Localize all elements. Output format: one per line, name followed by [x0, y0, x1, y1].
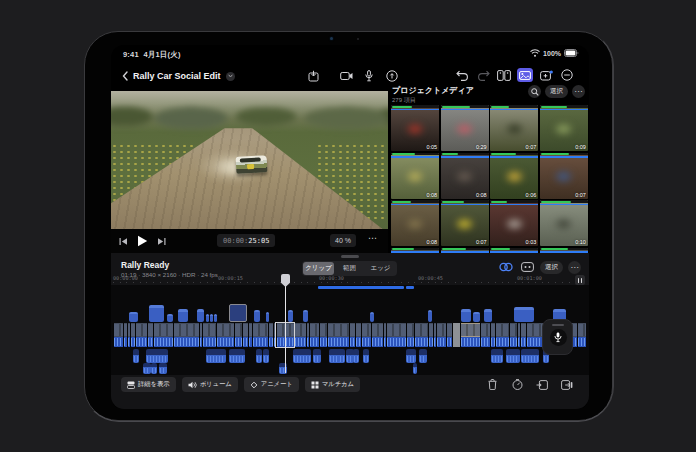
media-item[interactable]: 0:08: [441, 153, 489, 199]
connected-audio-clip[interactable]: [229, 349, 245, 363]
primary-storyline-clip[interactable]: [202, 323, 216, 347]
connected-clip[interactable]: [428, 310, 432, 322]
jog-wheel-icon[interactable]: [519, 260, 535, 274]
primary-storyline-clip[interactable]: [414, 323, 428, 347]
media-more-button[interactable]: ⋯: [572, 85, 585, 98]
media-item[interactable]: 0:08: [391, 200, 439, 246]
media-item[interactable]: 0:10: [540, 200, 588, 246]
connected-audio-clip[interactable]: [506, 349, 520, 363]
connected-audio-clip[interactable]: [151, 363, 157, 374]
primary-storyline-clip[interactable]: [406, 323, 414, 347]
volume-button[interactable]: ボリューム: [182, 377, 238, 392]
search-icon[interactable]: [528, 85, 541, 98]
show-details-button[interactable]: 詳細を表示: [121, 377, 176, 392]
primary-storyline-clip[interactable]: [294, 323, 306, 347]
split-view-icon[interactable]: [496, 68, 512, 82]
overlay-link-icon[interactable]: [498, 260, 514, 274]
voiceover-grip[interactable]: [552, 324, 564, 326]
insert-icon[interactable]: [534, 378, 550, 392]
primary-storyline-clip[interactable]: [319, 323, 327, 347]
media-item[interactable]: 0:05: [391, 105, 439, 151]
media-browser-icon[interactable]: [517, 68, 533, 82]
connected-clip[interactable]: [370, 312, 374, 322]
media-item[interactable]: 0:06: [490, 153, 538, 199]
connected-clip[interactable]: [514, 307, 534, 322]
connected-audio-clip[interactable]: [256, 349, 262, 363]
media-item[interactable]: 0:07: [441, 200, 489, 246]
media-item[interactable]: 0:03: [490, 200, 538, 246]
connected-audio-clip[interactable]: [521, 349, 539, 363]
connected-clip[interactable]: [303, 310, 308, 322]
connected-clip[interactable]: [178, 309, 188, 322]
connected-audio-clip[interactable]: [159, 363, 167, 374]
primary-storyline-clip[interactable]: [577, 323, 586, 347]
connected-audio-clip[interactable]: [293, 349, 311, 363]
connected-clip[interactable]: [229, 304, 247, 322]
camera-icon[interactable]: [338, 69, 354, 83]
hide-panel-icon[interactable]: [559, 68, 575, 82]
primary-storyline-clip[interactable]: [452, 323, 460, 347]
connected-clip[interactable]: [129, 312, 138, 322]
project-title[interactable]: Rally Car Social Edit: [133, 71, 221, 81]
connected-audio-clip[interactable]: [491, 349, 503, 363]
primary-storyline-clip[interactable]: [460, 323, 480, 347]
primary-storyline-clip[interactable]: [153, 323, 173, 347]
track-height-button[interactable]: [575, 275, 585, 285]
media-item[interactable]: 0:09: [540, 105, 588, 151]
primary-storyline-clip[interactable]: [386, 323, 406, 347]
connected-clip[interactable]: [149, 305, 164, 322]
connected-clip[interactable]: [254, 310, 260, 322]
skip-forward-icon[interactable]: [157, 234, 166, 248]
mic-icon[interactable]: [361, 69, 377, 83]
remote-icon[interactable]: [384, 69, 400, 83]
connected-range-bar[interactable]: [406, 286, 414, 289]
primary-storyline-clip[interactable]: [509, 323, 517, 347]
overwrite-icon[interactable]: [559, 378, 575, 392]
project-menu-chevron[interactable]: [226, 72, 235, 81]
connected-audio-clip[interactable]: [419, 349, 427, 363]
connected-clip[interactable]: [206, 314, 209, 322]
media-item[interactable]: 0:07: [540, 153, 588, 199]
primary-storyline-clip[interactable]: [371, 323, 383, 347]
connected-audio-clip[interactable]: [353, 349, 359, 363]
timeline-ruler[interactable]: 00:00:0000:00:1500:00:3000:00:4500:01:00: [111, 274, 589, 285]
connected-audio-clip[interactable]: [413, 363, 417, 374]
media-item[interactable]: 0:07: [490, 105, 538, 151]
timeline-more-button[interactable]: ⋯: [568, 261, 581, 274]
undo-icon[interactable]: [454, 68, 470, 82]
import-icon[interactable]: [305, 69, 321, 83]
primary-storyline-clip[interactable]: [216, 323, 234, 347]
timeline-resize-handle[interactable]: [341, 255, 359, 258]
connected-clip[interactable]: [214, 314, 217, 322]
play-button[interactable]: [137, 234, 148, 248]
connected-clip[interactable]: [288, 310, 293, 322]
video-viewer[interactable]: [111, 91, 388, 229]
connected-clip[interactable]: [167, 314, 173, 322]
connected-audio-clip[interactable]: [263, 349, 269, 363]
primary-storyline-clip[interactable]: [436, 323, 446, 347]
connected-audio-clip[interactable]: [339, 349, 345, 363]
timeline-clips-area[interactable]: [111, 285, 589, 375]
connected-audio-clip[interactable]: [143, 363, 151, 374]
connected-audio-clip[interactable]: [313, 349, 321, 363]
primary-storyline-clip[interactable]: [327, 323, 349, 347]
delete-icon[interactable]: [484, 378, 500, 392]
media-item[interactable]: 0:08: [391, 153, 439, 199]
primary-storyline-clip[interactable]: [309, 323, 319, 347]
primary-storyline-clip[interactable]: [495, 323, 509, 347]
primary-storyline-clip[interactable]: [234, 323, 242, 347]
primary-storyline-clip[interactable]: [113, 323, 123, 347]
primary-storyline-clip[interactable]: [135, 323, 147, 347]
connected-audio-clip[interactable]: [146, 349, 168, 363]
primary-storyline-clip[interactable]: [173, 323, 199, 347]
inspector-icon[interactable]: [538, 68, 554, 82]
connected-clip[interactable]: [473, 312, 480, 322]
primary-storyline-clip[interactable]: [361, 323, 371, 347]
connected-audio-clip[interactable]: [363, 349, 369, 363]
connected-clip[interactable]: [266, 312, 269, 322]
connected-audio-clip[interactable]: [133, 349, 139, 363]
animate-button[interactable]: アニメート: [244, 377, 299, 392]
connected-clip[interactable]: [461, 309, 471, 322]
connected-clip[interactable]: [197, 309, 204, 322]
viewer-zoom-control[interactable]: 40 %: [330, 234, 356, 247]
